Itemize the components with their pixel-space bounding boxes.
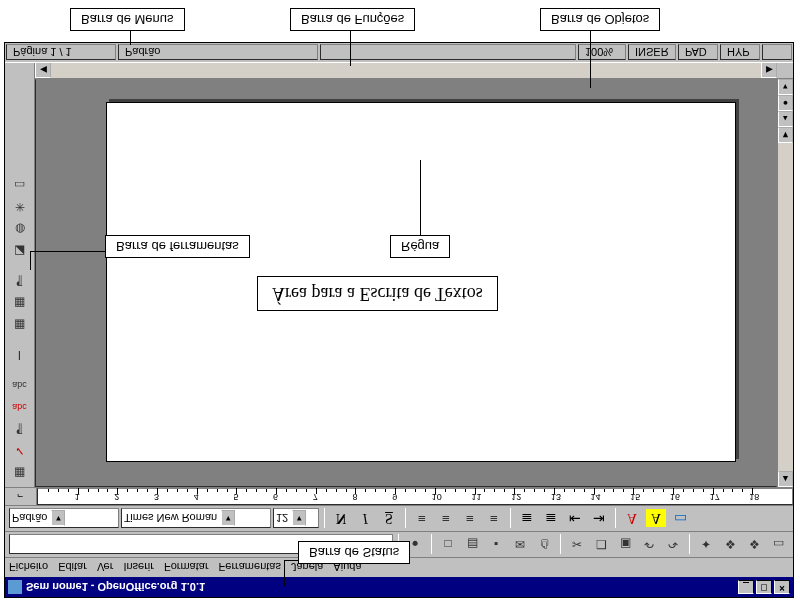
minimize-button[interactable]: _ xyxy=(738,580,754,594)
document-viewport[interactable]: Área para a Escrita de Textos xyxy=(35,79,777,487)
insert-frame-icon[interactable]: ▭ xyxy=(9,175,31,195)
status-zoom[interactable]: 100% xyxy=(578,45,626,61)
save-icon[interactable]: ▪ xyxy=(485,535,507,555)
new-icon[interactable]: □ xyxy=(437,535,459,555)
chevron-down-icon[interactable]: ▼ xyxy=(292,511,306,527)
callout-functions: Barra de Funções xyxy=(290,8,415,31)
title-bar[interactable]: Sem nome1 - OpenOffice.org 1.0.1 _ □ × xyxy=(5,577,793,597)
separator xyxy=(431,535,432,555)
undo-icon[interactable]: ↶ xyxy=(638,535,660,555)
menu-editar[interactable]: Editar xyxy=(58,562,87,574)
callout-tools: Barra de ferramentas xyxy=(105,235,250,258)
paste-icon[interactable]: ▣ xyxy=(614,535,636,555)
menu-ver[interactable]: Ver xyxy=(97,562,114,574)
gallery-icon[interactable]: ▭ xyxy=(767,535,789,555)
separator xyxy=(510,509,511,529)
leader-line xyxy=(284,561,285,586)
paragraph-style-value: Padrão xyxy=(12,513,47,525)
align-center-icon[interactable]: ≡ xyxy=(435,509,457,529)
horizontal-scrollbar[interactable]: ◀ ▶ xyxy=(35,63,793,79)
open-icon[interactable]: ▤ xyxy=(461,535,483,555)
background-color-icon[interactable]: ▭ xyxy=(669,509,691,529)
navigator-icon[interactable]: ✦ xyxy=(695,535,717,555)
data-source-icon[interactable]: ¶ xyxy=(9,419,31,439)
font-name-combo[interactable]: Times New Roman ▼ xyxy=(121,509,271,529)
find-replace-icon[interactable]: abc xyxy=(9,375,31,395)
align-justify-icon[interactable]: ≡ xyxy=(483,509,505,529)
numbered-list-icon[interactable]: ≣ xyxy=(516,509,538,529)
status-insert[interactable]: INSER xyxy=(628,45,676,61)
copy-icon[interactable]: ❐ xyxy=(590,535,612,555)
scroll-right-icon[interactable]: ▶ xyxy=(761,62,777,78)
draw-icon[interactable]: ◪ xyxy=(9,241,31,261)
separator xyxy=(324,509,325,529)
bold-button[interactable]: N xyxy=(330,509,352,529)
font-color-icon[interactable]: A xyxy=(621,509,643,529)
menu-ficheiro[interactable]: Ficheiro xyxy=(9,562,48,574)
mail-icon[interactable]: ✉ xyxy=(509,535,531,555)
separator xyxy=(560,535,561,555)
bullet-list-icon[interactable]: ≣ xyxy=(540,509,562,529)
underline-button[interactable]: S xyxy=(378,509,400,529)
status-hyp[interactable]: HYP xyxy=(720,45,760,61)
scroll-up-icon[interactable]: ▲ xyxy=(778,471,793,487)
status-pad[interactable]: PAD xyxy=(678,45,718,61)
scroll-track[interactable] xyxy=(778,143,793,471)
status-blank xyxy=(320,45,576,61)
online-layout-icon[interactable]: ¶ xyxy=(9,271,31,291)
callout-menus: Barra de Menus xyxy=(70,8,185,31)
auto-spellcheck-icon[interactable]: abc xyxy=(9,397,31,417)
chevron-down-icon[interactable]: ▼ xyxy=(221,511,235,527)
cut-icon[interactable]: ✂ xyxy=(566,535,588,555)
cursor-icon[interactable]: I xyxy=(9,345,31,365)
hyperlink-icon[interactable]: ❖ xyxy=(743,535,765,555)
scroll-down-icon[interactable]: ▼ xyxy=(778,127,793,143)
separator xyxy=(405,509,406,529)
leader-line xyxy=(420,160,421,238)
separator xyxy=(689,535,690,555)
graphics-icon[interactable]: ▦ xyxy=(9,293,31,313)
menu-formatar[interactable]: Formatar xyxy=(164,562,209,574)
align-right-icon[interactable]: ≡ xyxy=(459,509,481,529)
menu-inserir[interactable]: Inserir xyxy=(123,562,154,574)
paragraph-style-combo[interactable]: Padrão ▼ xyxy=(9,509,119,529)
window-title: Sem nome1 - OpenOffice.org 1.0.1 xyxy=(26,581,205,593)
print-icon[interactable]: ⎙ xyxy=(533,535,555,555)
stylist-icon[interactable]: ❖ xyxy=(719,535,741,555)
insert-table-icon[interactable]: ▦ xyxy=(9,463,31,483)
highlight-icon[interactable]: A xyxy=(645,509,667,529)
document-text-box: Área para a Escrita de Textos xyxy=(257,276,498,311)
leader-line xyxy=(350,30,351,66)
font-size-combo[interactable]: 12 ▼ xyxy=(273,509,319,529)
app-icon xyxy=(8,580,22,594)
ruler-corner: ⌐ xyxy=(5,488,37,505)
decrease-indent-icon[interactable]: ⇤ xyxy=(564,509,586,529)
object-toolbar: Padrão ▼ Times New Roman ▼ 12 ▼ N I S ≡ … xyxy=(5,505,793,531)
maximize-button[interactable]: □ xyxy=(756,580,772,594)
next-page-icon[interactable]: ▾ xyxy=(778,79,793,95)
insert-object-icon[interactable]: ✳ xyxy=(9,197,31,217)
browse-nav-icon[interactable]: ● xyxy=(778,95,793,111)
redo-icon[interactable]: ↷ xyxy=(662,535,684,555)
spellcheck-icon[interactable]: ✓ xyxy=(9,441,31,461)
close-button[interactable]: × xyxy=(774,580,790,594)
prev-page-icon[interactable]: ▴ xyxy=(778,111,793,127)
callout-objects: Barra de Objetos xyxy=(540,8,660,31)
menu-ferramentas[interactable]: Ferramentas xyxy=(219,562,281,574)
status-extra xyxy=(762,45,792,61)
align-left-icon[interactable]: ≡ xyxy=(411,509,433,529)
font-name-value: Times New Roman xyxy=(124,513,217,525)
scroll-track[interactable] xyxy=(51,63,761,78)
nonprinting-icon[interactable]: ▦ xyxy=(9,315,31,335)
leader-line xyxy=(590,30,591,88)
scroll-left-icon[interactable]: ◀ xyxy=(35,62,51,78)
document-page[interactable]: Área para a Escrita de Textos xyxy=(106,102,736,462)
chevron-down-icon[interactable]: ▼ xyxy=(51,511,65,527)
vertical-scrollbar[interactable]: ▲ ▼ ▴ ● ▾ xyxy=(777,79,793,487)
form-icon[interactable]: ◍ xyxy=(9,219,31,239)
leader-line xyxy=(130,30,131,45)
callout-status: Barra de Status xyxy=(298,541,410,564)
horizontal-ruler[interactable]: 123456789101112131415161718 xyxy=(37,488,793,505)
increase-indent-icon[interactable]: ⇥ xyxy=(588,509,610,529)
italic-button[interactable]: I xyxy=(354,509,376,529)
